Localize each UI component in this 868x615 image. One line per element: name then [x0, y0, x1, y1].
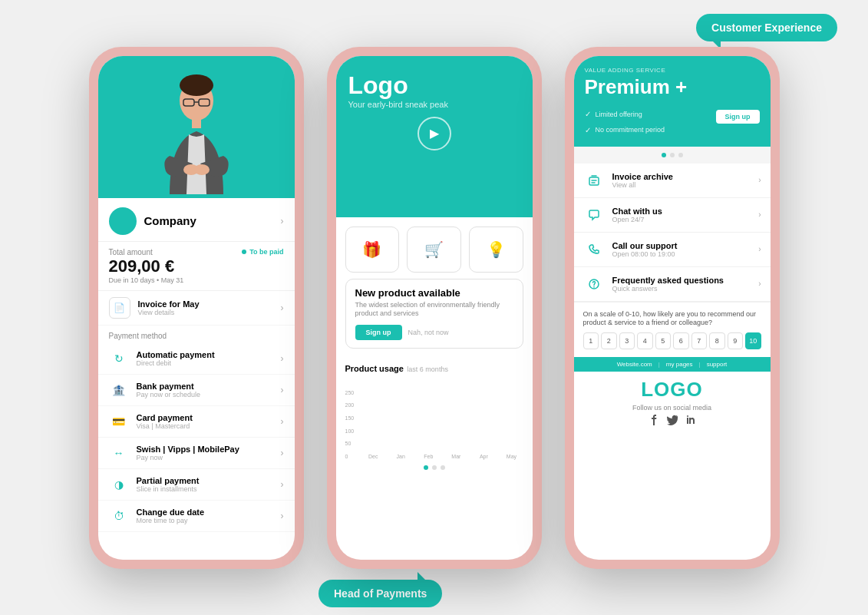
- p3-dot-1[interactable]: [662, 153, 666, 157]
- nps-5[interactable]: 5: [655, 332, 672, 349]
- nps-7[interactable]: 7: [691, 332, 708, 349]
- person-svg: [147, 71, 246, 198]
- facebook-icon[interactable]: [648, 414, 660, 428]
- change-due-icon: ⏱: [109, 506, 129, 526]
- bar-jan: Jan: [389, 452, 412, 459]
- due-text: Due in 10 days • May 31: [109, 276, 284, 284]
- payment-swish[interactable]: ↔ Swish | Vipps | MobilePay Pay now ›: [98, 438, 295, 469]
- nps-9[interactable]: 9: [728, 332, 744, 349]
- phone3-logo-section: LOGO Follow us on social media: [574, 372, 771, 431]
- premium-signup-button[interactable]: Sign up: [716, 110, 760, 124]
- invoice-sub: View details: [138, 309, 281, 316]
- invoice-info: Invoice for May View details: [138, 299, 281, 316]
- service-chat[interactable]: Chat with us Open 24/7 ›: [574, 198, 771, 233]
- scene: Customer Experience Head of Payments: [0, 0, 868, 615]
- chat-sub: Open 24/7: [612, 216, 751, 223]
- service-faq[interactable]: Frequently asked questions Quick answers…: [574, 267, 771, 302]
- check-icon-2: ✓: [585, 126, 591, 134]
- nah-button[interactable]: Nah, not now: [408, 325, 449, 340]
- invoice-row[interactable]: 📄 Invoice for May View details ›: [98, 291, 295, 326]
- partial-sub: Slice in installments: [137, 485, 281, 493]
- amount-section: Total amount To be paid 209,00 € Due in …: [98, 242, 295, 291]
- pay-info-swish: Swish | Vipps | MobilePay Pay now: [137, 445, 281, 461]
- faq-icon: [583, 273, 605, 295]
- product-buttons: Sign up Nah, not now: [355, 325, 513, 340]
- phone-2: Logo Your early-bird sneak peak ▶ 🎁 🛒 💡 …: [327, 47, 542, 569]
- payment-bank[interactable]: 🏦 Bank payment Pay now or schedule ›: [98, 375, 295, 406]
- footer-my-pages[interactable]: my pages: [666, 361, 693, 368]
- twitter-icon[interactable]: [666, 414, 678, 428]
- carousel-dots: [336, 459, 533, 476]
- invoice-archive-info: Invoice archive View all: [612, 172, 751, 189]
- bar-dec: Dec: [361, 452, 384, 459]
- nps-2[interactable]: 2: [601, 332, 617, 349]
- linkedin-icon[interactable]: [685, 414, 697, 428]
- premium-carousel-dots: [574, 147, 771, 164]
- follow-text: Follow us on social media: [632, 404, 711, 412]
- nps-6[interactable]: 6: [673, 332, 689, 349]
- pay-info-bank: Bank payment Pay now or schedule: [137, 382, 281, 398]
- phone-3-screen: VALUE ADDING SERVICE Premium + ✓ Limited…: [574, 56, 771, 560]
- card-icon: 💳: [109, 412, 129, 431]
- payment-automatic[interactable]: ↻ Automatic payment Direct debit ›: [98, 343, 295, 375]
- nps-10[interactable]: 10: [745, 332, 761, 349]
- feature-limited: ✓ Limited offering Sign up: [585, 105, 760, 124]
- to-be-paid-badge: To be paid: [242, 248, 283, 256]
- payment-methods-label: Payment method: [98, 326, 295, 343]
- nps-1[interactable]: 1: [583, 332, 599, 349]
- nps-3[interactable]: 3: [619, 332, 635, 349]
- chat-icon: [583, 204, 605, 226]
- company-row[interactable]: Company ›: [98, 198, 295, 242]
- chart-y-labels: 250 200 150 100 50 0: [345, 390, 355, 459]
- faq-title: Frequently asked questions: [612, 276, 751, 285]
- service-invoice-archive[interactable]: Invoice archive View all ›: [574, 164, 771, 198]
- gift-icon[interactable]: 🎁: [345, 226, 400, 273]
- nps-numbers: 1 2 3 4 5 6 7 8 9 10: [583, 332, 761, 349]
- p3-dot-2[interactable]: [670, 153, 675, 157]
- phone2-logo: Logo: [348, 71, 520, 100]
- payment-partial[interactable]: ◑ Partial payment Slice in installments …: [98, 469, 295, 501]
- bar-mar: Mar: [444, 452, 467, 459]
- nps-8[interactable]: 8: [709, 332, 725, 349]
- customer-experience-callout: Customer Experience: [696, 14, 837, 41]
- payment-card[interactable]: 💳 Card payment Visa | Mastercard ›: [98, 406, 295, 438]
- bar-feb: Feb: [417, 452, 440, 459]
- nps-4[interactable]: 4: [637, 332, 653, 349]
- service-call[interactable]: Call our support Open 08:00 to 19:00 ›: [574, 233, 771, 267]
- svg-rect-8: [589, 177, 599, 185]
- nps-question: On a scale of 0-10, how likely are you t…: [583, 310, 761, 328]
- cart-icon[interactable]: 🛒: [407, 226, 461, 273]
- footer-links: Website.com | my pages | support: [574, 357, 771, 372]
- chart-section: Product usage last 6 months 250 200 150 …: [336, 355, 533, 459]
- dot-2[interactable]: [432, 465, 437, 470]
- company-name: Company: [144, 214, 281, 227]
- faq-sub: Quick answers: [612, 285, 751, 293]
- faq-info: Frequently asked questions Quick answers: [612, 276, 751, 293]
- pay-info-change-due: Change due date More time to pay: [137, 508, 281, 524]
- signup-button[interactable]: Sign up: [355, 325, 402, 340]
- product-card: New product available The widest selecti…: [345, 279, 523, 349]
- feature-icons-row: 🎁 🛒 💡: [336, 217, 533, 279]
- dot-3[interactable]: [441, 465, 445, 470]
- nps-section: On a scale of 0-10, how likely are you t…: [574, 302, 771, 357]
- pay-sub: Direct debit: [137, 359, 281, 367]
- invoice-title: Invoice for May: [138, 299, 281, 309]
- feature-no-commitment: ✓ No commitment period: [585, 126, 760, 134]
- service-list: Invoice archive View all › Chat with us …: [574, 164, 771, 302]
- dot-1[interactable]: [424, 465, 428, 470]
- footer-website[interactable]: Website.com: [617, 361, 652, 368]
- p3-dot-3[interactable]: [678, 153, 683, 157]
- partial-title: Partial payment: [137, 476, 281, 485]
- call-title: Call our support: [612, 241, 751, 250]
- payment-change-due[interactable]: ⏱ Change due date More time to pay ›: [98, 501, 295, 532]
- bulb-icon[interactable]: 💡: [469, 226, 523, 273]
- phone2-header: Logo Your early-bird sneak peak ▶: [336, 56, 533, 217]
- check-icon-1: ✓: [585, 110, 591, 118]
- invoice-archive-sub: View all: [612, 181, 751, 189]
- phone-icon: [583, 239, 605, 260]
- to-be-paid-text: To be paid: [249, 248, 283, 256]
- chart-area: 250 200 150 100 50 0 Dec: [345, 375, 523, 459]
- footer-support[interactable]: support: [707, 361, 728, 368]
- premium-features: ✓ Limited offering Sign up ✓ No commitme…: [585, 105, 760, 134]
- play-button[interactable]: ▶: [417, 117, 451, 150]
